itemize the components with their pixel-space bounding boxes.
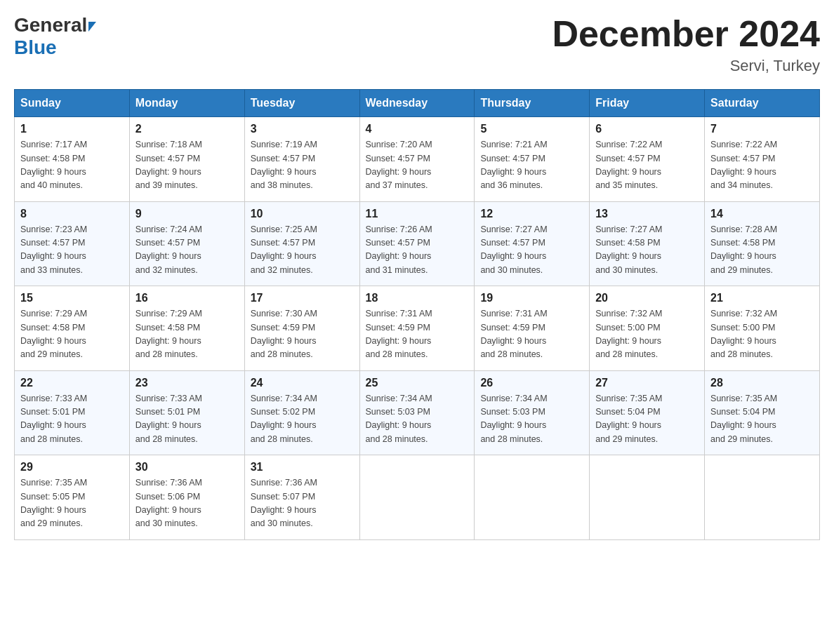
day-info: Sunrise: 7:35 AMSunset: 5:04 PMDaylight:…	[710, 392, 814, 447]
calendar-cell: 19Sunrise: 7:31 AMSunset: 4:59 PMDayligh…	[475, 286, 590, 371]
day-number: 20	[595, 292, 699, 304]
day-number: 3	[251, 123, 354, 135]
day-info: Sunrise: 7:31 AMSunset: 4:59 PMDaylight:…	[480, 307, 583, 362]
day-info: Sunrise: 7:35 AMSunset: 5:04 PMDaylight:…	[595, 392, 699, 447]
day-number: 28	[710, 377, 814, 389]
calendar-cell: 17Sunrise: 7:30 AMSunset: 4:59 PMDayligh…	[244, 286, 359, 371]
logo: General Blue	[14, 14, 96, 59]
day-number: 7	[710, 123, 814, 135]
calendar-cell: 11Sunrise: 7:26 AMSunset: 4:57 PMDayligh…	[359, 201, 475, 286]
day-info: Sunrise: 7:34 AMSunset: 5:03 PMDaylight:…	[480, 392, 583, 447]
day-info: Sunrise: 7:24 AMSunset: 4:57 PMDaylight:…	[135, 223, 239, 278]
day-info: Sunrise: 7:21 AMSunset: 4:57 PMDaylight:…	[480, 138, 583, 193]
day-number: 8	[20, 208, 124, 220]
day-info: Sunrise: 7:34 AMSunset: 5:03 PMDaylight:…	[366, 392, 469, 447]
day-info: Sunrise: 7:19 AMSunset: 4:57 PMDaylight:…	[251, 138, 354, 193]
calendar-cell: 2Sunrise: 7:18 AMSunset: 4:57 PMDaylight…	[129, 117, 244, 202]
calendar-cell: 25Sunrise: 7:34 AMSunset: 5:03 PMDayligh…	[359, 370, 475, 455]
calendar-week-row: 1Sunrise: 7:17 AMSunset: 4:58 PMDaylight…	[15, 117, 820, 202]
day-info: Sunrise: 7:20 AMSunset: 4:57 PMDaylight:…	[366, 138, 469, 193]
day-number: 17	[251, 292, 354, 304]
calendar-cell	[590, 455, 705, 540]
calendar-cell: 30Sunrise: 7:36 AMSunset: 5:06 PMDayligh…	[129, 455, 244, 540]
day-number: 14	[710, 208, 814, 220]
day-number: 10	[251, 208, 354, 220]
day-info: Sunrise: 7:32 AMSunset: 5:00 PMDaylight:…	[595, 307, 699, 362]
day-number: 19	[480, 292, 583, 304]
day-number: 27	[595, 377, 699, 389]
calendar-cell: 7Sunrise: 7:22 AMSunset: 4:57 PMDaylight…	[705, 117, 820, 202]
day-info: Sunrise: 7:29 AMSunset: 4:58 PMDaylight:…	[20, 307, 124, 362]
day-number: 22	[20, 377, 124, 389]
day-number: 12	[480, 208, 583, 220]
day-number: 18	[366, 292, 469, 304]
calendar-cell: 10Sunrise: 7:25 AMSunset: 4:57 PMDayligh…	[244, 201, 359, 286]
page-header: General Blue December 2024 Servi, Turkey	[14, 14, 820, 75]
day-of-week-thursday: Thursday	[475, 90, 590, 117]
calendar-cell: 15Sunrise: 7:29 AMSunset: 4:58 PMDayligh…	[15, 286, 130, 371]
day-of-week-tuesday: Tuesday	[244, 90, 359, 117]
day-number: 5	[480, 123, 583, 135]
calendar-cell: 6Sunrise: 7:22 AMSunset: 4:57 PMDaylight…	[590, 117, 705, 202]
day-number: 26	[480, 377, 583, 389]
day-number: 11	[366, 208, 469, 220]
calendar-cell: 24Sunrise: 7:34 AMSunset: 5:02 PMDayligh…	[244, 370, 359, 455]
day-of-week-wednesday: Wednesday	[359, 90, 475, 117]
day-info: Sunrise: 7:28 AMSunset: 4:58 PMDaylight:…	[710, 223, 814, 278]
day-info: Sunrise: 7:33 AMSunset: 5:01 PMDaylight:…	[135, 392, 239, 447]
day-info: Sunrise: 7:33 AMSunset: 5:01 PMDaylight:…	[20, 392, 124, 447]
day-number: 30	[135, 461, 239, 474]
day-number: 25	[366, 377, 469, 389]
day-number: 6	[595, 123, 699, 135]
calendar-cell: 27Sunrise: 7:35 AMSunset: 5:04 PMDayligh…	[590, 370, 705, 455]
day-info: Sunrise: 7:17 AMSunset: 4:58 PMDaylight:…	[20, 138, 124, 193]
calendar-cell: 29Sunrise: 7:35 AMSunset: 5:05 PMDayligh…	[15, 455, 130, 540]
calendar-cell: 14Sunrise: 7:28 AMSunset: 4:58 PMDayligh…	[705, 201, 820, 286]
calendar-cell: 9Sunrise: 7:24 AMSunset: 4:57 PMDaylight…	[129, 201, 244, 286]
calendar-week-row: 8Sunrise: 7:23 AMSunset: 4:57 PMDaylight…	[15, 201, 820, 286]
calendar-cell	[475, 455, 590, 540]
day-number: 1	[20, 123, 124, 135]
calendar-header-row: SundayMondayTuesdayWednesdayThursdayFrid…	[15, 90, 820, 117]
calendar-cell: 23Sunrise: 7:33 AMSunset: 5:01 PMDayligh…	[129, 370, 244, 455]
calendar-subtitle: Servi, Turkey	[552, 57, 820, 75]
day-number: 23	[135, 377, 239, 389]
calendar-week-row: 22Sunrise: 7:33 AMSunset: 5:01 PMDayligh…	[15, 370, 820, 455]
day-number: 29	[20, 461, 124, 474]
calendar-cell: 8Sunrise: 7:23 AMSunset: 4:57 PMDaylight…	[15, 201, 130, 286]
calendar-cell	[359, 455, 475, 540]
day-number: 24	[251, 377, 354, 389]
day-info: Sunrise: 7:27 AMSunset: 4:57 PMDaylight:…	[480, 223, 583, 278]
day-number: 31	[251, 461, 354, 474]
calendar-cell: 16Sunrise: 7:29 AMSunset: 4:58 PMDayligh…	[129, 286, 244, 371]
calendar-cell: 5Sunrise: 7:21 AMSunset: 4:57 PMDaylight…	[475, 117, 590, 202]
day-info: Sunrise: 7:22 AMSunset: 4:57 PMDaylight:…	[710, 138, 814, 193]
calendar-cell: 18Sunrise: 7:31 AMSunset: 4:59 PMDayligh…	[359, 286, 475, 371]
day-info: Sunrise: 7:32 AMSunset: 5:00 PMDaylight:…	[710, 307, 814, 362]
day-info: Sunrise: 7:22 AMSunset: 4:57 PMDaylight:…	[595, 138, 699, 193]
calendar-cell	[705, 455, 820, 540]
day-info: Sunrise: 7:23 AMSunset: 4:57 PMDaylight:…	[20, 223, 124, 278]
logo-general: General	[14, 14, 87, 36]
calendar-title: December 2024	[552, 14, 820, 54]
day-of-week-friday: Friday	[590, 90, 705, 117]
day-of-week-monday: Monday	[129, 90, 244, 117]
day-info: Sunrise: 7:18 AMSunset: 4:57 PMDaylight:…	[135, 138, 239, 193]
calendar-cell: 28Sunrise: 7:35 AMSunset: 5:04 PMDayligh…	[705, 370, 820, 455]
day-number: 16	[135, 292, 239, 304]
calendar-cell: 20Sunrise: 7:32 AMSunset: 5:00 PMDayligh…	[590, 286, 705, 371]
calendar-cell: 4Sunrise: 7:20 AMSunset: 4:57 PMDaylight…	[359, 117, 475, 202]
calendar-table: SundayMondayTuesdayWednesdayThursdayFrid…	[14, 89, 820, 540]
calendar-cell: 12Sunrise: 7:27 AMSunset: 4:57 PMDayligh…	[475, 201, 590, 286]
calendar-cell: 3Sunrise: 7:19 AMSunset: 4:57 PMDaylight…	[244, 117, 359, 202]
calendar-week-row: 15Sunrise: 7:29 AMSunset: 4:58 PMDayligh…	[15, 286, 820, 371]
day-number: 13	[595, 208, 699, 220]
day-info: Sunrise: 7:35 AMSunset: 5:05 PMDaylight:…	[20, 476, 124, 531]
day-info: Sunrise: 7:34 AMSunset: 5:02 PMDaylight:…	[251, 392, 354, 447]
day-info: Sunrise: 7:26 AMSunset: 4:57 PMDaylight:…	[366, 223, 469, 278]
day-number: 2	[135, 123, 239, 135]
day-number: 4	[366, 123, 469, 135]
day-number: 9	[135, 208, 239, 220]
day-info: Sunrise: 7:25 AMSunset: 4:57 PMDaylight:…	[251, 223, 354, 278]
calendar-cell: 21Sunrise: 7:32 AMSunset: 5:00 PMDayligh…	[705, 286, 820, 371]
